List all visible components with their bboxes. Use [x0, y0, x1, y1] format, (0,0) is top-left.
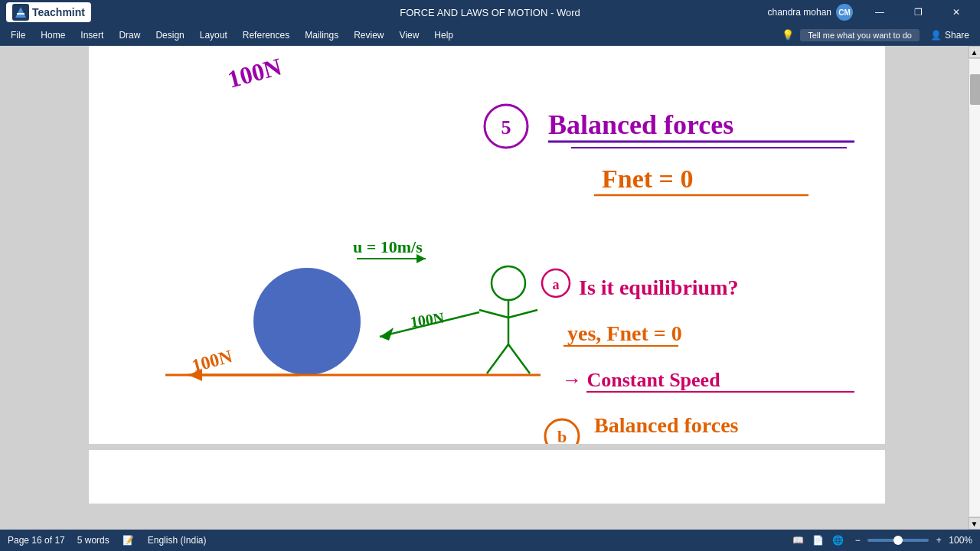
user-name: chandra mohan: [768, 7, 831, 18]
document-content: 100N 5 Balanced forces Fnet = 0: [89, 46, 885, 444]
menu-view[interactable]: View: [392, 27, 427, 44]
main-area: 100N 5 Balanced forces Fnet = 0: [0, 46, 980, 530]
share-button[interactable]: 👤 Share: [923, 28, 977, 43]
restore-button[interactable]: ❐: [900, 0, 936, 24]
menu-layout[interactable]: Layout: [192, 27, 235, 44]
statusbar-right: 📖 📄 🌐 − + 100%: [791, 533, 972, 547]
svg-marker-26: [380, 328, 394, 341]
title-bar: Teachmint FORCE AND LAWS OF MOTION - Wor…: [0, 0, 980, 24]
proofing-icon[interactable]: 📝: [122, 533, 136, 547]
menu-references[interactable]: References: [235, 27, 297, 44]
svg-text:b: b: [557, 427, 567, 444]
logo-area: Teachmint: [6, 2, 91, 22]
svg-text:Is it equilibrium?: Is it equilibrium?: [579, 276, 738, 299]
user-avatar[interactable]: CM: [836, 4, 853, 21]
svg-point-11: [253, 268, 361, 375]
close-button[interactable]: ✕: [939, 0, 974, 24]
status-bar: Page 16 of 17 5 words 📝 English (India) …: [0, 530, 980, 551]
user-area: chandra mohan CM: [768, 4, 853, 21]
menu-mailings[interactable]: Mailings: [297, 27, 346, 44]
svg-text:100N: 100N: [409, 309, 446, 331]
language: English (India): [148, 535, 207, 546]
svg-text:→ Constant Speed: → Constant Speed: [562, 369, 720, 391]
drawing-canvas: 100N 5 Balanced forces Fnet = 0: [89, 46, 885, 444]
menu-draw[interactable]: Draw: [111, 27, 148, 44]
zoom-in-button[interactable]: +: [932, 533, 946, 547]
menu-bar: File Home Insert Draw Design Layout Refe…: [0, 24, 980, 46]
svg-text:100N: 100N: [190, 346, 235, 376]
svg-line-22: [508, 310, 537, 318]
right-scrollbar: ▲ ▼: [968, 46, 980, 530]
svg-point-4: [485, 105, 528, 148]
svg-rect-2: [17, 13, 24, 15]
teachmint-logo-icon: [12, 4, 29, 21]
svg-line-25: [380, 312, 479, 337]
menu-insert[interactable]: Insert: [73, 27, 111, 44]
read-mode-icon[interactable]: 📖: [791, 533, 805, 547]
page-info: Page 16 of 17: [8, 535, 65, 546]
zoom-thumb: [893, 536, 903, 545]
zoom-controls: − + 100%: [851, 533, 972, 547]
menu-review[interactable]: Review: [346, 27, 391, 44]
svg-text:Fnet = 0: Fnet = 0: [625, 442, 694, 444]
document-title: FORCE AND LAWS OF MOTION - Word: [400, 7, 580, 18]
menu-design[interactable]: Design: [148, 27, 191, 44]
svg-point-19: [492, 266, 525, 300]
print-layout-icon[interactable]: 📄: [811, 533, 825, 547]
zoom-out-button[interactable]: −: [851, 533, 864, 547]
tell-me-input[interactable]: Tell me what you want to do: [800, 29, 920, 41]
minimize-button[interactable]: —: [862, 0, 897, 24]
tell-me-text: Tell me what you want to do: [808, 31, 912, 40]
scroll-thumb[interactable]: [970, 74, 981, 105]
svg-text:Balanced forces: Balanced forces: [594, 413, 739, 437]
document-wrapper: 100N 5 Balanced forces Fnet = 0: [6, 46, 968, 530]
window-controls: — ❐ ✕: [862, 0, 974, 24]
svg-text:Balanced forces: Balanced forces: [548, 109, 733, 140]
svg-text:u = 10m/s: u = 10m/s: [353, 237, 423, 256]
svg-line-24: [508, 344, 530, 373]
left-gutter: [0, 46, 6, 530]
svg-marker-14: [188, 369, 202, 381]
document-page-1: 100N 5 Balanced forces Fnet = 0: [89, 46, 885, 444]
svg-point-35: [545, 419, 579, 444]
word-count: 5 words: [77, 535, 109, 546]
svg-text:yes,       Fnet = 0: yes, Fnet = 0: [567, 321, 682, 345]
svg-marker-18: [416, 254, 426, 263]
svg-text:5: 5: [501, 116, 511, 139]
svg-point-28: [542, 269, 570, 297]
web-layout-icon[interactable]: 🌐: [831, 533, 844, 547]
scroll-track[interactable]: [969, 58, 981, 517]
svg-line-21: [479, 310, 508, 318]
zoom-level: 100%: [949, 535, 972, 546]
scroll-up-button[interactable]: ▲: [969, 46, 981, 58]
menu-right: 💡 Tell me what you want to do 👤 Share: [782, 28, 977, 43]
svg-line-23: [487, 344, 508, 373]
document-page-2: [89, 450, 885, 504]
menu-help[interactable]: Help: [426, 27, 461, 44]
scroll-down-button[interactable]: ▼: [969, 517, 981, 530]
logo-text: Teachmint: [32, 6, 85, 18]
svg-text:100N: 100N: [224, 53, 284, 93]
svg-text:a: a: [553, 277, 560, 292]
zoom-slider[interactable]: [867, 539, 929, 542]
menu-file[interactable]: File: [3, 27, 33, 44]
svg-text:Fnet = 0: Fnet = 0: [602, 165, 693, 193]
menu-home[interactable]: Home: [33, 27, 73, 44]
